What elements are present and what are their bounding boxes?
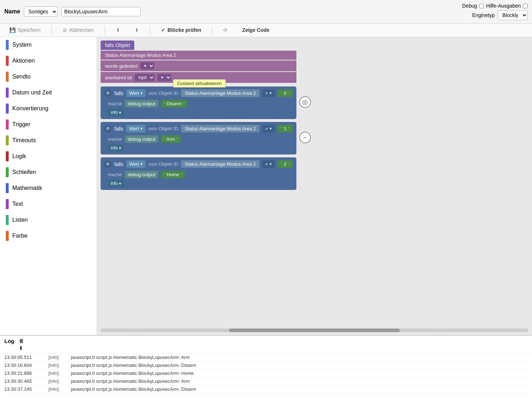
sidebar-item-konvertierung[interactable]: Konvertierung [0, 101, 97, 117]
falls-body-1: mache debug output " Arm " info ▾ [102, 134, 295, 153]
wert-block-2[interactable]: Wert ▾ [126, 160, 145, 168]
val-block-2[interactable]: " 2 " [278, 160, 293, 168]
log-entry-4: 13:30:37.245 [info] javascript.0 script.… [4, 385, 528, 393]
sidebar-item-trigger[interactable]: Trigger [0, 117, 97, 132]
log-level-2: [info] [48, 371, 67, 376]
string-disarm[interactable]: " Disarm " [161, 100, 187, 107]
eq-block-1[interactable]: = ▾ [262, 125, 275, 132]
sidebar-item-farbe[interactable]: Farbe [0, 228, 97, 244]
bloecke-pruefen-label: Blöcke prüfen [168, 27, 201, 33]
gear-icon-0[interactable]: ⚙ [104, 90, 111, 97]
debug-row: Debug Hilfe-Ausgaben [462, 3, 528, 9]
val-block-0[interactable]: " 0 " [278, 89, 293, 97]
wert-block-1[interactable]: Wert ▾ [126, 125, 145, 132]
sidebar-item-datum[interactable]: Datum und Zeit [0, 85, 97, 101]
category-select[interactable]: Sontiges [24, 7, 58, 17]
bloecke-pruefen-button[interactable]: ✓ Blöcke prüfen [157, 26, 205, 34]
sidebar-item-sendto[interactable]: Sendto [0, 69, 97, 85]
sidebar-label-schleifen: Schleifen [12, 169, 36, 175]
circle-btn-0[interactable]: ◎ [299, 96, 311, 108]
sidebar-label-system: System [12, 42, 31, 48]
string-home[interactable]: " Home " [161, 171, 185, 178]
objekt-name-0[interactable]: Status Alarmanlage Modus Area 2 [181, 89, 259, 97]
refresh-icon: ⟳ [223, 27, 228, 33]
sidebar-item-text[interactable]: Text [0, 196, 97, 212]
timeouts-color [6, 135, 9, 145]
mache-row-1: mache debug output " Arm " [108, 135, 293, 143]
sidebar-label-aktionen: Aktionen [12, 58, 35, 64]
log-title: Log [4, 338, 14, 344]
status-header-block[interactable]: Status Alarmanlage Modus Area 2 [101, 51, 296, 60]
chevron-down-icon-1: ▾ [119, 146, 121, 151]
refresh-button[interactable]: ⟳ [220, 26, 231, 34]
engine-row: Enginetyp Blockly [472, 10, 528, 20]
listen-color [6, 215, 9, 225]
zeige-code-label: Zeige Code [242, 27, 269, 33]
horizontal-scrollbar[interactable] [101, 329, 528, 332]
speichern-label: Speichern [18, 27, 41, 33]
debug-output-2[interactable]: debug output [125, 171, 158, 178]
block-group: falls Objekt Status Alarmanlage Modus Ar… [101, 41, 296, 193]
debug-output-1[interactable]: debug output [125, 135, 158, 143]
speichern-button[interactable]: 💾 Speichern [6, 26, 44, 34]
info-button-2[interactable]: info ▾ [108, 180, 124, 187]
sidebar-item-listen[interactable]: Listen [0, 212, 97, 228]
gear-icon-2[interactable]: ⚙ [104, 161, 111, 168]
wurde-block[interactable]: wurde geändert ▾ [101, 60, 296, 71]
abbrechen-button[interactable]: ⊘ Abbrechen [59, 26, 97, 34]
download-button[interactable]: ⬇ [112, 26, 124, 34]
log-entry-2: 13:30:21.886 [info] javascript.0 script.… [4, 369, 528, 377]
falls-objekt-block[interactable]: falls Objekt [101, 41, 134, 50]
anerkannt-arrow[interactable]: ▾ [157, 74, 171, 81]
sidebar-item-system[interactable]: System [0, 37, 97, 53]
val-block-1[interactable]: " 1 " [278, 125, 293, 132]
gear-icon-1[interactable]: ⚙ [104, 125, 111, 132]
separator-3 [150, 26, 150, 34]
sidebar-item-schleifen[interactable]: Schleifen [0, 164, 97, 180]
info-button-0[interactable]: info ▾ [108, 109, 124, 116]
scrollbar-thumb[interactable] [229, 329, 400, 332]
engine-select[interactable]: Blockly [498, 10, 528, 20]
falls-header-0: ⚙ falls Wert ▾ vom Objekt ID Status Alar… [102, 88, 295, 98]
anerkannt-label: anerkannt ist [105, 75, 132, 80]
wurde-select[interactable]: ▾ [140, 62, 154, 69]
debug-checkbox[interactable] [479, 4, 484, 8]
info-button-1[interactable]: info ▾ [108, 144, 124, 152]
falls-body-0: mache debug output " Disarm " info ▾ [102, 98, 295, 118]
mache-label-2: mache [108, 172, 122, 177]
sidebar-item-mathematik[interactable]: Mathematik [0, 180, 97, 196]
datum-color [6, 88, 9, 98]
debug-output-0[interactable]: debug output [125, 100, 158, 107]
string-arm[interactable]: " Arm " [161, 135, 181, 143]
log-entry-3: 13:30:30.465 [info] javascript.0 script.… [4, 377, 528, 385]
check-icon: ✓ [161, 27, 165, 33]
log-level-1: [info] [48, 363, 67, 368]
wert-block-0[interactable]: Wert ▾ [126, 89, 145, 97]
trash-icon[interactable]: 🗑 [19, 338, 24, 344]
log-time-1: 13:30:16.604 [4, 363, 44, 368]
cancel-icon: ⊘ [63, 27, 67, 33]
objekt-name-2[interactable]: Status Alarmanlage Modus Area 2 [181, 160, 259, 168]
script-name-input[interactable] [61, 7, 141, 16]
log-message-1: javascript.0 script.js.Homematic.BlockyL… [71, 363, 196, 368]
download-log-icon[interactable]: ⬇ [19, 345, 24, 351]
upload-button[interactable]: ⬆ [131, 26, 143, 34]
sidebar-label-timeouts: Timeouts [12, 137, 36, 144]
main-area: System Aktionen Sendto Datum und Zeit Ko… [0, 37, 532, 335]
hilfe-checkbox[interactable] [523, 4, 528, 8]
objekt-name-1[interactable]: Status Alarmanlage Modus Area 2 [181, 125, 259, 132]
falls-label-0: falls [114, 90, 123, 96]
anerkannt-select[interactable]: egal [135, 74, 155, 81]
separator-4 [212, 26, 212, 34]
blockly-canvas[interactable]: falls Objekt Status Alarmanlage Modus Ar… [97, 37, 532, 335]
sidebar-item-aktionen[interactable]: Aktionen [0, 53, 97, 69]
eq-block-0[interactable]: = ▾ [262, 89, 275, 97]
sidebar-item-timeouts[interactable]: Timeouts [0, 132, 97, 148]
sidebar-label-konvertierung: Konvertierung [12, 105, 48, 112]
circle-btn-1[interactable]: − [299, 132, 311, 143]
zeige-code-button[interactable]: Zeige Code [238, 26, 273, 34]
farbe-color [6, 231, 9, 241]
eq-block-2[interactable]: = ▾ [262, 160, 275, 168]
sidebar-label-text: Text [12, 201, 23, 207]
sidebar-item-logik[interactable]: Logik [0, 148, 97, 164]
